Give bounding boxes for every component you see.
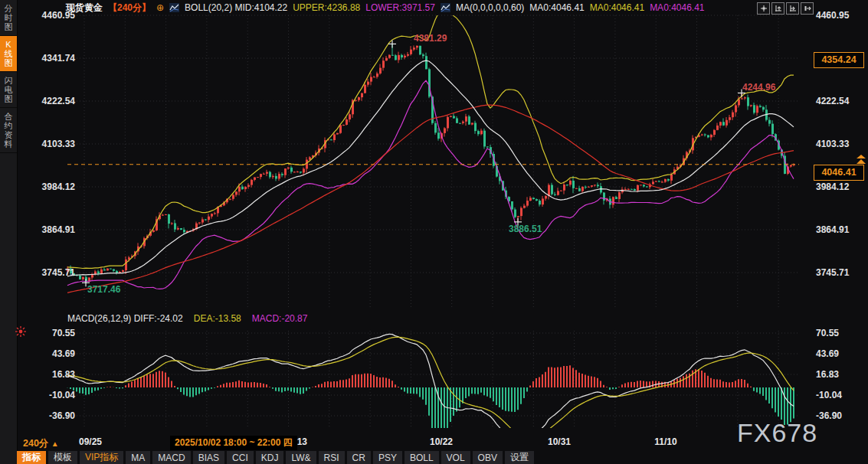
boll-legend: BOLL(20,2) MID:4104.22: [185, 2, 287, 13]
zoom-out-axis-icon[interactable]: [786, 2, 799, 15]
bottom-tab-obv[interactable]: OBV: [473, 451, 503, 464]
boll-chart-icon: [169, 3, 179, 12]
watermark: FX678: [737, 418, 817, 448]
macd-axis-label-right: 16.83: [816, 369, 863, 380]
period-up-arrow-icon: ▲: [51, 439, 59, 448]
macd-axis-label-right: -36.90: [816, 410, 863, 421]
add-indicator-icon[interactable]: ⊕: [156, 2, 164, 13]
chart-tools: [757, 2, 814, 15]
macd-dea-legend: DEA:-13.58: [194, 313, 241, 324]
ma0-white: MA0:4046.41: [529, 2, 584, 13]
ma-chart-icon: [441, 3, 450, 12]
pan-right-icon[interactable]: [801, 2, 814, 15]
bottom-tab-cci[interactable]: CCI: [227, 451, 254, 464]
macd-axis-label-left: -36.90: [31, 410, 75, 421]
price-axis-label-left: 4222.54: [31, 96, 75, 106]
price-alert-marker-icon: [856, 155, 866, 165]
macd-macd-legend: MACD:-20.87: [252, 313, 308, 324]
bottom-tab-vip-indicators[interactable]: VIP指标: [80, 451, 123, 464]
date-axis-label: 10/31: [541, 436, 578, 447]
bottom-tab-bias[interactable]: BIAS: [193, 451, 224, 464]
date-axis-label: 09/25: [72, 436, 109, 447]
kline-macd-canvas: [0, 0, 868, 464]
bottom-tab-psy[interactable]: PSY: [373, 451, 402, 464]
macd-axis-label-left: 43.69: [31, 348, 75, 359]
macd-axis-label-left: 16.83: [31, 369, 75, 380]
macd-diff-legend: MACD(26,12,9) DIFF:-24.02: [67, 313, 183, 324]
price-axis-label-right: 4103.33: [816, 139, 863, 149]
price-axis-label-right: 4222.54: [816, 96, 863, 106]
bottom-tab-indicators[interactable]: 指标: [17, 451, 46, 464]
macd-axis-label-left: 70.55: [31, 328, 75, 338]
price-axis-label-left: 3864.91: [31, 224, 75, 235]
macd-axis-label-right: 70.55: [816, 328, 863, 338]
crosshair-icon[interactable]: [757, 2, 770, 15]
bottom-tab-macd[interactable]: MACD: [152, 451, 190, 464]
macd-axis-label-right: 43.69: [816, 348, 863, 359]
candlestick-layer: [67, 44, 795, 283]
indicator-tab-bar: 指标模板VIP指标MAMACDBIASCCIKDJLW&RSICRPSYBOLL…: [17, 451, 868, 464]
grid-layer: [67, 15, 799, 426]
bottom-tab-vol[interactable]: VOL: [441, 451, 470, 464]
period-selector-label: 240分: [23, 438, 48, 449]
macd-layer: [67, 334, 794, 446]
bottom-tab-settings[interactable]: 设置: [505, 451, 534, 464]
bottom-tab-lwr[interactable]: LW&: [286, 451, 316, 464]
bottom-tab-cr[interactable]: CR: [347, 451, 371, 464]
bottom-tab-ma[interactable]: MA: [126, 451, 150, 464]
ma0-magenta: MA0:4046.41: [650, 2, 704, 13]
price-axis-label-right: 3745.71: [816, 267, 863, 278]
symbol-name: 现货黄金: [66, 2, 103, 15]
boll-upper-legend: UPPER:4236.88: [293, 2, 360, 13]
bottom-tab-kdj[interactable]: KDJ: [256, 451, 284, 464]
period-selector[interactable]: 240分 ▲: [23, 437, 59, 450]
hover-tooltip: 2025/10/02 18:00 ~ 22:00 四: [170, 436, 297, 450]
price-axis-label-right: 4460.95: [816, 10, 863, 21]
bottom-tab-rsi[interactable]: RSI: [319, 451, 345, 464]
price-tag-current: 4046.41: [814, 165, 864, 181]
price-axis-label-left: 4341.74: [31, 53, 75, 64]
price-axis-label-right: 3864.91: [816, 224, 863, 235]
boll-lower-legend: LOWER:3971.57: [365, 2, 435, 13]
price-tag-upper: 4354.24: [814, 52, 864, 68]
date-axis-label: 10/22: [423, 436, 460, 447]
ma0-yellow: MA0:4046.41: [590, 2, 644, 13]
price-axis-label-right: 3984.12: [816, 181, 863, 192]
extreme-label-low-2: 3886.51: [509, 224, 542, 234]
chart-area[interactable]: [0, 0, 868, 464]
extreme-label-low-1: 3717.46: [87, 284, 120, 295]
header-legend: 现货黄金【240分】⊕ BOLL(20,2) MID:4104.22 UPPER…: [66, 2, 705, 14]
extreme-markers: [82, 40, 745, 286]
macd-legend: MACD(26,12,9) DIFF:-24.02 DEA:-13.58 MAC…: [67, 313, 307, 324]
zoom-in-axis-icon[interactable]: [771, 2, 784, 15]
price-axis-label-left: 4103.33: [31, 139, 75, 149]
bottom-tab-templates[interactable]: 模板: [48, 451, 77, 464]
ma-legend: MA(0,0,0,0,0,60): [456, 2, 524, 13]
extreme-label-high-2: 4244.96: [742, 82, 775, 93]
macd-axis-label-left: -10.04: [31, 390, 75, 400]
period-label: 【240分】: [108, 2, 151, 15]
extreme-label-high-1: 4381.29: [414, 33, 447, 44]
price-axis-label-left: 3984.12: [31, 181, 75, 192]
date-axis-label: 11/10: [647, 436, 684, 447]
price-axis-label-left: 3745.71: [31, 267, 75, 278]
alert-blinker-icon: [15, 325, 28, 338]
macd-axis-label-right: -10.04: [816, 390, 863, 400]
bottom-tab-boll[interactable]: BOLL: [405, 451, 439, 464]
